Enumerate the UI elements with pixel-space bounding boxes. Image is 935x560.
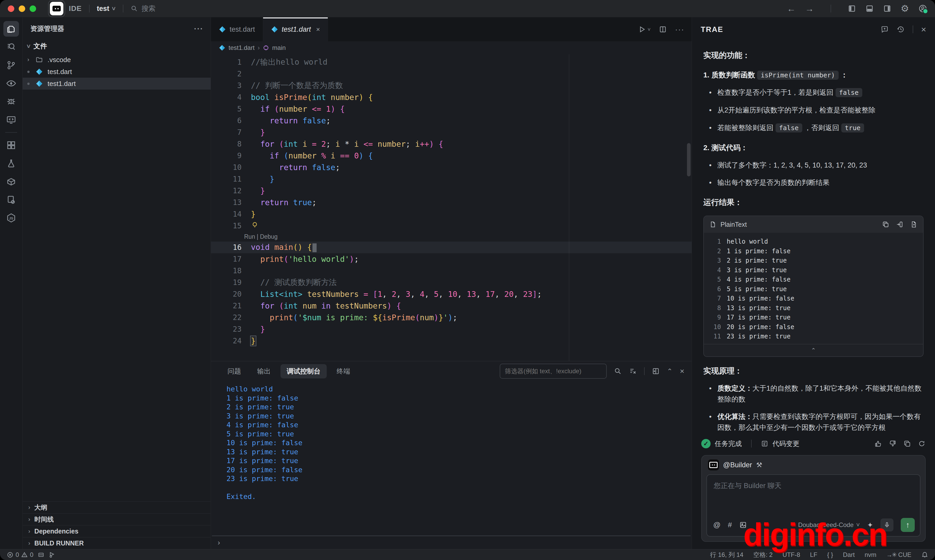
toggle-bottom-panel-icon[interactable] — [866, 5, 874, 13]
context-hash-icon[interactable]: # — [728, 521, 732, 529]
close-tab-icon[interactable]: × — [316, 25, 320, 34]
code-line-6[interactable]: 6 return false; — [211, 115, 692, 126]
status-item[interactable]: 行 16, 列 14 — [710, 551, 743, 559]
close-window-button[interactable] — [8, 5, 14, 12]
agent-tools-icon[interactable]: ⚒ — [756, 461, 762, 469]
code-line-16[interactable]: 16void main() { — [211, 242, 692, 253]
panel-tab-问题[interactable]: 问题 — [221, 364, 247, 378]
code-line-23[interactable]: 23 } — [211, 323, 692, 335]
code-line-2[interactable]: 2 — [211, 68, 692, 80]
debug-console-output[interactable]: hello world 1 is prime: false 2 is prime… — [211, 381, 692, 535]
editor-scrollbar[interactable] — [687, 143, 690, 176]
new-chat-icon[interactable] — [880, 25, 889, 34]
clear-console-icon[interactable] — [629, 367, 637, 375]
code-line-24[interactable]: 24} — [211, 335, 692, 347]
code-line-12[interactable]: 12 } — [211, 185, 692, 197]
explorer-section-files[interactable]: ˅ 文件 — [23, 38, 211, 54]
run-button[interactable]: ˅ — [638, 25, 651, 33]
toggle-right-panel-icon[interactable] — [883, 5, 891, 13]
code-line-18[interactable]: 18 — [211, 265, 692, 277]
agent-name[interactable]: @Builder — [723, 461, 752, 469]
code-line-1[interactable]: 1//输出hello world — [211, 56, 692, 68]
debug-launch-icon[interactable] — [49, 551, 55, 558]
activity-search-button[interactable] — [3, 39, 19, 55]
tab-test.dart[interactable]: test.dart — [211, 17, 263, 41]
sidebar-section-时间线[interactable]: ›时间线 — [23, 513, 211, 525]
close-panel-icon[interactable]: × — [680, 367, 684, 375]
code-line-15[interactable]: 15 — [211, 220, 692, 232]
code-line-9[interactable]: 9 if (number % i == 0) { — [211, 150, 692, 162]
mention-icon[interactable]: @ — [713, 521, 720, 529]
account-avatar[interactable] — [918, 4, 927, 13]
code-line-21[interactable]: 21 for (int num in testNumbers) { — [211, 300, 692, 312]
activity-source-control-button[interactable] — [3, 57, 19, 73]
code-line-8[interactable]: 8 for (int i = 2; i * i <= number; i++) … — [211, 138, 692, 150]
console-filter-input[interactable] — [500, 364, 607, 379]
search-icon[interactable] — [614, 367, 622, 375]
new-file-icon[interactable] — [910, 221, 917, 228]
toggle-left-panel-icon[interactable] — [848, 5, 856, 13]
code-line-11[interactable]: 11 } — [211, 173, 692, 185]
debug-repl-input[interactable]: › — [212, 535, 690, 549]
panel-tab-终端[interactable]: 终端 — [331, 364, 356, 378]
project-switcher[interactable]: test˅ — [97, 5, 115, 13]
panel-layout-icon[interactable] — [652, 367, 660, 375]
insert-code-icon[interactable] — [896, 221, 903, 228]
file-tree-item-.vscode[interactable]: ›.vscode — [23, 54, 211, 66]
file-tree-item-test.dart[interactable]: test.dart — [23, 66, 211, 78]
panel-tab-调试控制台[interactable]: 调试控制台 — [280, 364, 327, 378]
code-line-7[interactable]: 7 } — [211, 126, 692, 138]
ports-icon[interactable] — [38, 551, 45, 558]
back-button[interactable]: ← — [787, 4, 796, 14]
file-tree-item-test1.dart[interactable]: test1.dart — [23, 78, 211, 89]
more-actions-icon[interactable]: ··· — [675, 25, 684, 34]
code-lens-run-debug[interactable]: Run | Debug — [211, 232, 692, 242]
zoom-window-button[interactable] — [29, 5, 36, 12]
global-search[interactable]: 搜索 — [131, 4, 155, 13]
code-line-17[interactable]: 17 print('hello world'); — [211, 253, 692, 265]
minimize-window-button[interactable] — [19, 5, 25, 12]
send-button[interactable]: ↑ — [901, 518, 915, 532]
forward-button[interactable]: → — [805, 4, 814, 14]
thumbs-up-icon[interactable] — [874, 440, 882, 448]
history-icon[interactable] — [897, 25, 905, 34]
code-line-20[interactable]: 20 List<int> testNumbers = [1, 2, 3, 4, … — [211, 288, 692, 300]
code-line-10[interactable]: 10 return false; — [211, 162, 692, 173]
activity-node-button[interactable]: JS — [3, 210, 19, 226]
copy-icon[interactable] — [882, 221, 889, 228]
code-line-4[interactable]: 4bool isPrime(int number) { — [211, 91, 692, 103]
code-line-13[interactable]: 13 return true; — [211, 197, 692, 208]
code-line-22[interactable]: 22 print('$num is prime: ${isPrime(num)}… — [211, 312, 692, 323]
activity-preview-button[interactable] — [3, 75, 19, 91]
tab-test1.dart[interactable]: test1.dart× — [263, 17, 328, 41]
settings-gear-icon[interactable]: ⚙ — [901, 3, 909, 14]
regenerate-icon[interactable] — [918, 440, 926, 448]
sidebar-section-build-runner[interactable]: ›BUILD RUNNER — [23, 537, 211, 549]
activity-test-button[interactable] — [3, 155, 19, 171]
activity-package-button[interactable] — [3, 174, 19, 189]
code-line-5[interactable]: 5 if (number <= 1) { — [211, 103, 692, 115]
notifications-bell-icon[interactable] — [921, 551, 928, 558]
activity-debug-button[interactable] — [3, 94, 19, 109]
cue-status[interactable]: →✳CUE — [886, 551, 911, 558]
copy-icon[interactable] — [903, 440, 911, 448]
panel-tab-输出[interactable]: 输出 — [251, 364, 277, 378]
code-line-19[interactable]: 19 // 测试质数判断方法 — [211, 277, 692, 288]
activity-cpp-tools-button[interactable] — [3, 192, 19, 208]
activity-extensions-button[interactable] — [3, 137, 19, 153]
maximize-panel-icon[interactable]: ⌃ — [667, 367, 673, 375]
activity-explorer-button[interactable] — [3, 21, 19, 37]
code-line-3[interactable]: 3// 判断一个数是否为质数 — [211, 80, 692, 91]
breadcrumb[interactable]: test1.dart › main — [211, 41, 692, 54]
collapse-code-block[interactable]: ⌃ — [704, 344, 923, 356]
split-editor-icon[interactable] — [659, 25, 667, 33]
lightbulb-icon[interactable] — [251, 221, 259, 229]
activity-remote-button[interactable] — [3, 112, 19, 128]
code-editor[interactable]: 1//输出hello world23// 判断一个数是否为质数4bool isP… — [211, 54, 692, 361]
code-changes-link[interactable]: 代码变更 — [772, 439, 800, 448]
sidebar-section-dependencies[interactable]: ›Dependencies — [23, 525, 211, 537]
sidebar-section-大纲[interactable]: ›大纲 — [23, 501, 211, 513]
close-panel-icon[interactable]: × — [921, 25, 926, 35]
problems-status[interactable]: 0 0 — [7, 551, 34, 558]
code-line-14[interactable]: 14} — [211, 208, 692, 220]
